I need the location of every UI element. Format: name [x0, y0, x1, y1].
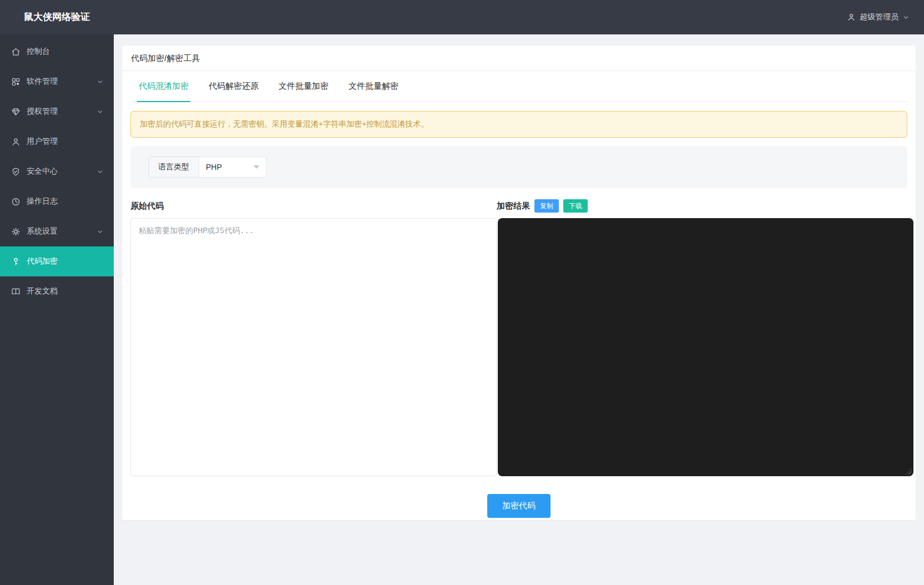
- io-headers: 原始代码 加密结果 复制 下载: [130, 199, 907, 213]
- person-icon: [847, 13, 856, 22]
- sidebar-menu: 控制台 软件管理 授权管理 用户管理 安全中心 操作日志 系统设置: [0, 34, 114, 306]
- book-icon: [11, 287, 21, 296]
- sidebar-item-security[interactable]: 安全中心: [0, 157, 114, 186]
- copy-button[interactable]: 复制: [534, 199, 559, 213]
- sidebar-item-logs[interactable]: 操作日志: [0, 186, 114, 216]
- sidebar-item-label: 软件管理: [27, 77, 97, 87]
- tab-batch-file-decrypt[interactable]: 文件批量解密: [347, 71, 400, 102]
- tool-tabs: 代码混淆加密 代码解密还原 文件批量加密 文件批量解密: [130, 71, 907, 102]
- home-icon: [11, 47, 21, 57]
- chevron-down-icon: [97, 228, 104, 235]
- io-areas: [130, 218, 913, 476]
- sidebar-item-label: 控制台: [27, 47, 104, 57]
- chevron-down-icon: [97, 78, 104, 85]
- main-content: 代码加密/解密工具 代码混淆加密 代码解密还原 文件批量加密 文件批量解密 加密…: [114, 34, 924, 585]
- clock-icon: [11, 197, 21, 206]
- topbar: 超级管理员: [114, 0, 924, 34]
- key-icon: [11, 257, 21, 266]
- chevron-down-icon: [902, 14, 910, 21]
- sidebar: 鼠大侠网络验证 控制台 软件管理 授权管理 用户管理 安全中心 操作日志: [0, 0, 114, 585]
- sidebar-item-label: 用户管理: [27, 137, 104, 147]
- download-button[interactable]: 下载: [563, 199, 588, 213]
- sidebar-item-software[interactable]: 软件管理: [0, 67, 114, 97]
- source-title: 原始代码: [130, 201, 497, 211]
- page-title: 代码加密/解密工具: [122, 46, 916, 71]
- caret-down-icon: [254, 165, 259, 169]
- chevron-down-icon: [97, 108, 104, 115]
- encrypted-result-output[interactable]: [498, 218, 913, 476]
- shield-check-icon: [11, 167, 21, 176]
- sidebar-item-label: 系统设置: [27, 226, 97, 236]
- tab-obfuscate-encrypt[interactable]: 代码混淆加密: [137, 71, 190, 102]
- language-label: 语言类型: [149, 157, 199, 177]
- gear-icon: [11, 227, 21, 236]
- sidebar-item-license[interactable]: 授权管理: [0, 97, 114, 127]
- info-alert: 加密后的代码可直接运行，无需密钥。采用变量混淆+字符串加密+控制流混淆技术。: [130, 111, 907, 138]
- sidebar-item-label: 安全中心: [27, 167, 97, 176]
- language-group: 语言类型 PHP: [148, 157, 266, 178]
- sidebar-item-code-encrypt[interactable]: 代码加密: [0, 246, 114, 276]
- sidebar-item-settings[interactable]: 系统设置: [0, 216, 114, 246]
- options-panel: 语言类型 PHP: [130, 146, 907, 188]
- encrypt-code-button[interactable]: 加密代码: [487, 494, 551, 518]
- gem-icon: [11, 107, 21, 117]
- language-selected-value: PHP: [206, 163, 222, 172]
- source-code-input[interactable]: [130, 218, 497, 476]
- language-select[interactable]: PHP: [199, 157, 266, 177]
- sidebar-item-docs[interactable]: 开发文档: [0, 276, 114, 306]
- user-menu[interactable]: 超级管理员: [847, 12, 910, 22]
- sidebar-item-dashboard[interactable]: 控制台: [0, 37, 114, 67]
- sidebar-item-label: 操作日志: [27, 196, 104, 206]
- tab-decrypt-restore[interactable]: 代码解密还原: [207, 71, 260, 102]
- result-title: 加密结果: [497, 201, 530, 211]
- sidebar-item-label: 代码加密: [27, 256, 104, 266]
- app-logo: 鼠大侠网络验证: [0, 0, 114, 34]
- sidebar-item-label: 授权管理: [27, 107, 97, 117]
- tab-batch-file-encrypt[interactable]: 文件批量加密: [277, 71, 330, 102]
- user-icon: [11, 137, 21, 147]
- sidebar-item-label: 开发文档: [27, 286, 104, 296]
- tool-card: 代码加密/解密工具 代码混淆加密 代码解密还原 文件批量加密 文件批量解密 加密…: [122, 46, 916, 520]
- apps-icon: [11, 77, 21, 87]
- action-row: 加密代码: [122, 494, 916, 518]
- chevron-down-icon: [97, 168, 104, 175]
- username: 超级管理员: [860, 12, 898, 22]
- sidebar-item-users[interactable]: 用户管理: [0, 127, 114, 157]
- resize-handle[interactable]: [906, 468, 912, 475]
